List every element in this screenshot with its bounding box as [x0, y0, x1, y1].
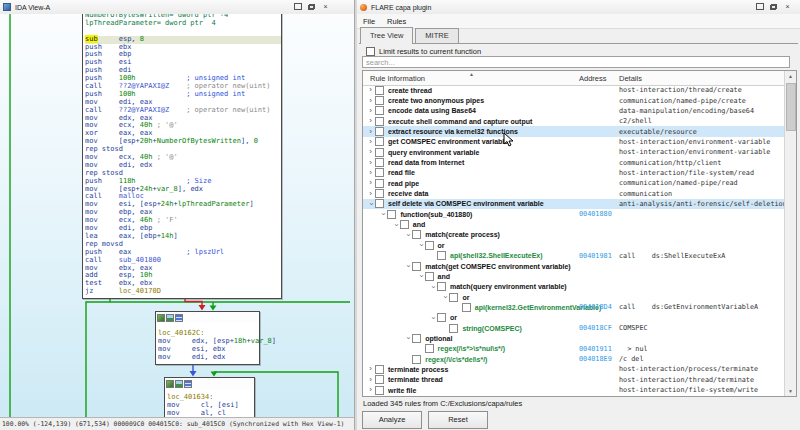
asm-line[interactable]: mov al, cl: [167, 410, 254, 417]
asm-line[interactable]: lpThreadParameter= dword ptr 4: [85, 20, 281, 28]
rule-label[interactable]: self delete via COMSPEC environment vari…: [388, 200, 544, 207]
close-icon[interactable]: ×: [783, 2, 792, 11]
rule-label[interactable]: and: [438, 273, 450, 280]
rule-checkbox[interactable]: [375, 189, 384, 198]
column-details[interactable]: Details: [619, 74, 642, 83]
rule-checkbox[interactable]: [449, 293, 458, 302]
expand-arrow-icon[interactable]: ›: [366, 376, 375, 384]
capa-titlebar[interactable]: FLARE capa plugin ×: [357, 0, 800, 15]
expand-arrow-icon[interactable]: ›: [366, 148, 375, 156]
node-image-icon[interactable]: [175, 380, 183, 388]
rule-address[interactable]: 004018E9: [579, 355, 612, 363]
analyze-button[interactable]: Analyze: [362, 411, 422, 429]
rule-row[interactable]: ›match(create process): [363, 230, 785, 240]
search-input[interactable]: [362, 56, 790, 68]
rule-checkbox[interactable]: [449, 324, 458, 333]
rule-checkbox[interactable]: [412, 230, 421, 239]
expand-arrow-icon[interactable]: ›: [366, 190, 375, 198]
rule-row[interactable]: string(COMSPEC)004018CFCOMSPEC: [363, 323, 785, 333]
tab-mitre[interactable]: MITRE: [415, 28, 458, 43]
expand-arrow-icon[interactable]: ›: [366, 169, 375, 177]
expand-arrow-icon[interactable]: ›: [366, 97, 375, 105]
expand-arrow-icon[interactable]: ›: [366, 117, 375, 125]
tab-tree-view[interactable]: Tree View: [360, 27, 413, 44]
rule-address[interactable]: 004018D4: [579, 303, 612, 311]
rule-checkbox[interactable]: [375, 106, 384, 115]
rule-row[interactable]: api(shell32.ShellExecuteEx)00401981call …: [363, 251, 785, 261]
rule-row[interactable]: ›self delete via COMSPEC environment var…: [363, 199, 785, 209]
node-image-icon[interactable]: [166, 314, 174, 322]
collapse-arrow-icon[interactable]: ›: [391, 220, 399, 229]
menu-file[interactable]: File: [357, 16, 381, 27]
rule-label[interactable]: match(query environment variable): [450, 283, 567, 290]
rule-checkbox[interactable]: [437, 313, 446, 322]
rule-address[interactable]: 00401911: [579, 345, 612, 353]
graph-node-loc-40162c[interactable]: loc_40162C:mov edx, [esp+18h+var_8]mov e…: [155, 311, 260, 365]
rule-checkbox[interactable]: [375, 86, 384, 95]
rule-checkbox[interactable]: [387, 210, 396, 219]
expand-arrow-icon[interactable]: ›: [366, 128, 375, 136]
rule-address[interactable]: 00401981: [579, 252, 612, 260]
rule-label[interactable]: and: [413, 221, 425, 228]
rule-checkbox[interactable]: [400, 220, 409, 229]
rule-label[interactable]: optional: [425, 335, 452, 342]
maximize-icon[interactable]: [293, 2, 302, 11]
rule-checkbox[interactable]: [412, 334, 421, 343]
limit-results-checkbox[interactable]: [366, 47, 375, 56]
rule-label[interactable]: receive data: [388, 190, 428, 197]
expand-arrow-icon[interactable]: ›: [366, 159, 375, 167]
node-color-icon[interactable]: [157, 314, 165, 322]
rule-row[interactable]: ›function(sub_401880)00401880: [363, 209, 785, 219]
rule-checkbox[interactable]: [425, 241, 434, 250]
rule-row[interactable]: regex(/\/c\s*del\s*/)004018E9/c del: [363, 354, 785, 364]
rule-label[interactable]: match(create process): [425, 231, 500, 238]
graph-node-sub-4015c0[interactable]: NumberOfBytesWritten= dword ptr -4lpThre…: [82, 14, 282, 299]
node-color-icon[interactable]: [166, 380, 174, 388]
rule-row[interactable]: ›encode data using Base64data-manipulati…: [363, 106, 785, 116]
rule-row[interactable]: ›optional: [363, 333, 785, 343]
rule-checkbox[interactable]: [375, 199, 384, 208]
close-icon[interactable]: ×: [321, 2, 330, 11]
ida-view-titlebar[interactable]: IDA View-A ×: [0, 0, 354, 15]
rule-row[interactable]: ›read filehost-interaction/file-system/r…: [363, 168, 785, 178]
rule-checkbox[interactable]: [375, 179, 384, 188]
ida-graph-view[interactable]: NumberOfBytesWritten= dword ptr -4lpThre…: [0, 14, 354, 417]
menu-rules[interactable]: Rules: [381, 16, 412, 27]
rule-label[interactable]: get COMSPEC environment variable: [388, 138, 508, 145]
sort-ascending-icon[interactable]: ▲: [469, 71, 474, 77]
rule-label[interactable]: or: [462, 294, 469, 301]
rule-row[interactable]: ›query environment variablehost-interact…: [363, 147, 785, 157]
rule-label[interactable]: or: [438, 242, 445, 249]
rule-row[interactable]: ›create two anonymous pipescommunication…: [363, 95, 785, 105]
rule-checkbox[interactable]: [412, 355, 421, 364]
rule-row[interactable]: ›or: [363, 240, 785, 250]
rule-row[interactable]: ›get COMSPEC environment variablehost-in…: [363, 137, 785, 147]
collapse-arrow-icon[interactable]: ›: [404, 334, 412, 343]
node-group-icon[interactable]: [175, 314, 183, 322]
rule-checkbox[interactable]: [375, 375, 384, 384]
scroll-up-icon[interactable]: ▲: [785, 71, 796, 81]
rule-checkbox[interactable]: [375, 148, 384, 157]
collapse-arrow-icon[interactable]: ›: [441, 293, 449, 302]
rule-row[interactable]: api(kernel32.GetEnvironmentVariable)0040…: [363, 302, 785, 312]
maximize-icon[interactable]: [755, 2, 764, 11]
vertical-scrollbar[interactable]: ▲ ▼: [784, 71, 796, 396]
float-icon[interactable]: [769, 2, 778, 11]
rule-checkbox[interactable]: [437, 282, 446, 291]
rule-label[interactable]: create two anonymous pipes: [388, 97, 484, 104]
graph-node-loc-401634[interactable]: loc_401634:mov cl, [esi]mov al, cl: [164, 377, 255, 417]
rule-row[interactable]: ›write filehost-interaction/file-system/…: [363, 385, 785, 395]
rule-row[interactable]: ›read pipecommunication/named-pipe/read: [363, 178, 785, 188]
rule-label[interactable]: match(get COMSPEC environment variable): [425, 263, 570, 270]
collapse-arrow-icon[interactable]: ›: [416, 272, 424, 281]
collapse-arrow-icon[interactable]: ›: [404, 230, 412, 239]
rule-checkbox[interactable]: [425, 344, 434, 353]
rule-address[interactable]: 004018CF: [579, 324, 612, 332]
rule-checkbox[interactable]: [437, 251, 446, 260]
rule-row[interactable]: ›extract resource via kernel32 functions…: [363, 126, 785, 136]
collapse-arrow-icon[interactable]: ›: [429, 282, 437, 291]
asm-line[interactable]: mov edi, edx: [158, 354, 259, 362]
scrollbar-thumb[interactable]: [786, 83, 796, 131]
rule-row[interactable]: ›and: [363, 219, 785, 229]
rule-checkbox[interactable]: [375, 386, 384, 395]
